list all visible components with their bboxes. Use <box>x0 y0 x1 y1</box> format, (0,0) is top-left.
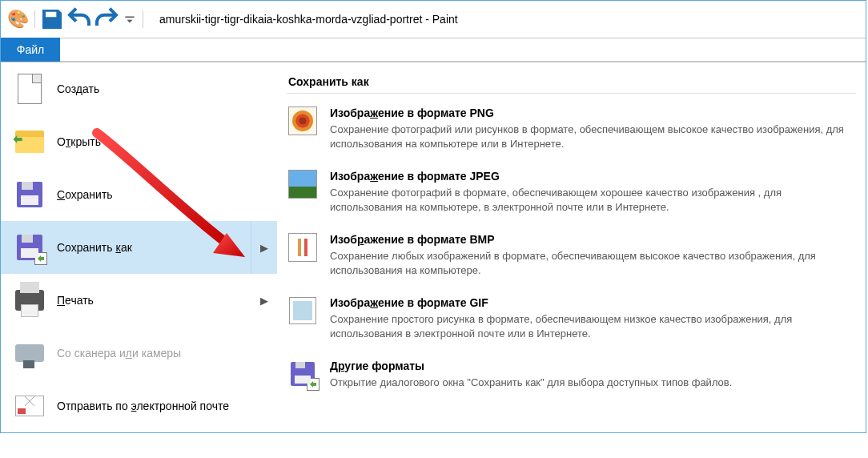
menu-item-save-as[interactable]: Сохранить как ▶ <box>1 221 277 274</box>
titlebar: 🎨 amurskii-tigr-tigr-dikaia-koshka-morda… <box>1 1 866 38</box>
scanner-icon <box>14 337 46 369</box>
menu-item-label: Создать <box>57 82 99 95</box>
menu-item-open[interactable]: Открыть <box>1 115 277 168</box>
print-icon <box>14 284 46 316</box>
separator <box>143 10 143 28</box>
gif-icon <box>288 296 317 325</box>
menu-item-label: Открыть <box>57 135 101 148</box>
other-format-icon <box>288 360 317 388</box>
format-desc: Сохранение любых изображений в формате, … <box>330 249 854 277</box>
paint-window: 🎨 amurskii-tigr-tigr-dikaia-koshka-morda… <box>0 0 866 433</box>
save-as-png[interactable]: Изображение в формате PNG Сохранение фот… <box>287 97 856 160</box>
file-menu-left: Создать Открыть Сохранить <box>1 62 277 432</box>
submenu-arrow-icon: ▶ <box>251 221 277 274</box>
save-icon <box>14 179 46 211</box>
qat-save-icon[interactable] <box>39 6 65 32</box>
submenu-arrow-icon: ▶ <box>251 274 277 327</box>
menu-item-label: Отправить по электронной почте <box>57 400 229 412</box>
menu-item-create[interactable]: Создать <box>1 62 277 115</box>
menu-item-label: Со сканера или камеры <box>57 347 181 360</box>
save-as-gif[interactable]: Изображение в формате GIF Сохранение про… <box>287 287 856 350</box>
menu-item-email[interactable]: Отправить по электронной почте <box>1 380 277 432</box>
menu-item-label: Сохранить как <box>57 241 132 254</box>
save-as-submenu: Сохранить как Изображение в формате PNG … <box>277 62 866 432</box>
file-menu: Создать Открыть Сохранить <box>1 62 866 432</box>
menu-item-scanner: Со сканера или камеры <box>1 327 277 380</box>
menu-item-label: Сохранить <box>57 188 113 201</box>
format-desc: Сохранение простого рисунка в формате, о… <box>330 312 854 340</box>
ribbon-tabs: Файл <box>1 38 866 62</box>
format-desc: Открытие диалогового окна "Сохранить как… <box>330 376 732 390</box>
menu-item-save[interactable]: Сохранить <box>1 168 277 221</box>
open-folder-icon <box>14 126 46 158</box>
format-title: Другие форматы <box>330 360 732 376</box>
bmp-icon <box>288 233 317 262</box>
menu-item-print[interactable]: Печать ▶ <box>1 274 277 327</box>
save-as-jpeg[interactable]: Изображение в формате JPEG Сохранение фо… <box>287 160 856 223</box>
format-title: Изображение в формате GIF <box>330 296 854 312</box>
save-as-icon <box>14 231 46 263</box>
save-as-bmp[interactable]: Изображение в формате BMP Сохранение люб… <box>287 223 856 287</box>
separator <box>34 10 35 28</box>
format-desc: Сохранение фотографий в формате, обеспеч… <box>330 186 854 214</box>
app-icon[interactable]: 🎨 <box>5 6 30 32</box>
submenu-heading: Сохранить как <box>287 70 856 94</box>
format-title: Изображение в формате PNG <box>330 106 854 123</box>
qat-undo-icon[interactable] <box>66 6 92 32</box>
file-tab[interactable]: Файл <box>1 38 60 62</box>
new-file-icon <box>14 73 46 105</box>
window-title: amurskii-tigr-tigr-dikaia-koshka-morda-v… <box>159 13 458 26</box>
ribbon-strip <box>60 38 866 62</box>
save-as-other[interactable]: Другие форматы Открытие диалогового окна… <box>287 350 856 400</box>
email-icon <box>14 390 46 422</box>
jpeg-icon <box>288 170 317 199</box>
format-title: Изображение в формате BMP <box>330 233 854 249</box>
format-desc: Сохранение фотографий или рисунков в фор… <box>330 123 854 151</box>
qat-customize-icon[interactable] <box>121 6 139 32</box>
png-icon <box>288 106 317 135</box>
menu-item-label: Печать <box>57 294 94 307</box>
qat-redo-icon[interactable] <box>94 6 119 32</box>
format-title: Изображение в формате JPEG <box>330 170 854 186</box>
